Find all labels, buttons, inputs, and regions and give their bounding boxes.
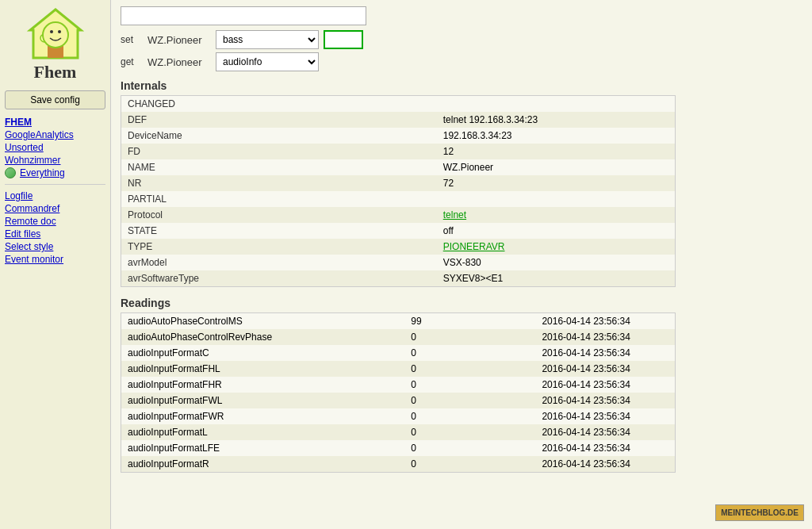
get-device-name: WZ.Pioneer (147, 56, 211, 68)
sidebar-item-fhem[interactable]: FHEM (5, 116, 105, 128)
internals-row: STATEoff (121, 223, 676, 239)
readings-row: audioInputFormatC02016-04-14 23:56:34 (121, 345, 676, 361)
readings-row: audioInputFormatFWL02016-04-14 23:56:34 (121, 393, 676, 408)
readings-name: audioAutoPhaseControlRevPhase (121, 329, 405, 345)
internals-value: VSX-830 (437, 255, 676, 270)
readings-timestamp: 2016-04-14 23:56:34 (535, 313, 675, 330)
internals-key: FD (121, 144, 437, 159)
fhem-logo (24, 6, 87, 62)
set-command-row: set WZ.Pioneer bass treble volume mute i… (121, 30, 802, 49)
readings-name: audioInputFormatFHR (121, 377, 405, 393)
readings-value: 0 (404, 440, 535, 456)
internals-row: DEFtelnet 192.168.3.34:23 (121, 112, 676, 128)
globe-icon (5, 167, 16, 178)
internals-row: NR72 (121, 175, 676, 191)
internals-title: Internals (121, 79, 802, 92)
top-bar: set WZ.Pioneer bass treble volume mute i… (121, 6, 802, 71)
readings-value: 0 (404, 361, 535, 377)
readings-row: audioInputFormatFWR02016-04-14 23:56:34 (121, 408, 676, 424)
internals-table: CHANGEDDEFtelnet 192.168.3.34:23DeviceNa… (121, 95, 676, 287)
readings-name: audioInputFormatR (121, 456, 405, 473)
sidebar-item-everything[interactable]: Everything (5, 167, 105, 179)
readings-value: 0 (404, 456, 535, 473)
readings-row: audioInputFormatL02016-04-14 23:56:34 (121, 424, 676, 440)
sidebar-item-logfile[interactable]: Logfile (5, 190, 105, 202)
readings-timestamp: 2016-04-14 23:56:34 (535, 361, 675, 377)
readings-timestamp: 2016-04-14 23:56:34 (535, 456, 675, 473)
internals-row: DeviceName192.168.3.34:23 (121, 128, 676, 144)
logo-area: Fhem (5, 6, 105, 82)
sidebar-item-wohnzimmer[interactable]: Wohnzimmer (5, 154, 105, 167)
internals-row: avrSoftwareTypeSYXEV8><E1 (121, 270, 676, 287)
internals-row: NAMEWZ.Pioneer (121, 159, 676, 175)
internals-row: CHANGED (121, 96, 676, 113)
svg-point-3 (43, 22, 68, 48)
app-name-label: Fhem (34, 62, 77, 82)
readings-timestamp: 2016-04-14 23:56:34 (535, 329, 675, 345)
internals-value: 192.168.3.34:23 (437, 128, 676, 144)
readings-name: audioInputFormatL (121, 424, 405, 440)
readings-value: 0 (404, 329, 535, 345)
readings-value: 99 (404, 313, 535, 330)
sidebar-item-google-analytics[interactable]: GoogleAnalytics (5, 128, 105, 141)
sidebar-item-edit-files[interactable]: Edit files (5, 228, 105, 240)
readings-timestamp: 2016-04-14 23:56:34 (535, 393, 675, 408)
internals-key: NR (121, 175, 437, 191)
sidebar: Fhem Save config FHEM GoogleAnalytics Un… (0, 0, 111, 529)
readings-name: audioInputFormatFHL (121, 361, 405, 377)
sidebar-item-event-monitor[interactable]: Event monitor (5, 253, 105, 266)
set-device-name: WZ.Pioneer (147, 34, 211, 46)
readings-table: audioAutoPhaseControlMS992016-04-14 23:5… (121, 312, 676, 473)
internals-key: PARTIAL (121, 191, 676, 207)
readings-timestamp: 2016-04-14 23:56:34 (535, 377, 675, 393)
internals-value[interactable]: telnet (437, 207, 676, 223)
sidebar-item-commandref[interactable]: Commandref (5, 202, 105, 215)
nav-divider (5, 184, 105, 185)
internals-key: DEF (121, 112, 437, 128)
readings-timestamp: 2016-04-14 23:56:34 (535, 408, 675, 424)
set-label: set (121, 34, 143, 45)
internals-key: TYPE (121, 239, 437, 255)
top-search-input[interactable] (121, 6, 366, 25)
internals-value: 72 (437, 175, 676, 191)
sidebar-item-remote-doc[interactable]: Remote doc (5, 215, 105, 228)
readings-name: audioInputFormatFWL (121, 393, 405, 408)
internals-row: TYPEPIONEERAVR (121, 239, 676, 255)
internals-key: Protocol (121, 207, 437, 223)
readings-row: audioInputFormatFHL02016-04-14 23:56:34 (121, 361, 676, 377)
readings-name: audioInputFormatC (121, 345, 405, 361)
get-command-select[interactable]: audioInfo status info (216, 52, 319, 71)
internals-value[interactable]: PIONEERAVR (437, 239, 676, 255)
readings-row: audioAutoPhaseControlMS992016-04-14 23:5… (121, 313, 676, 330)
get-command-row: get WZ.Pioneer audioInfo status info (121, 52, 802, 71)
readings-name: audioInputFormatLFE (121, 440, 405, 456)
watermark: MEINTECHBLOG.DE (715, 504, 804, 521)
internals-row: FD12 (121, 144, 676, 159)
get-label: get (121, 56, 143, 67)
internals-value: SYXEV8><E1 (437, 270, 676, 287)
sidebar-item-select-style[interactable]: Select style (5, 240, 105, 253)
internals-row: avrModelVSX-830 (121, 255, 676, 270)
internals-value: telnet 192.168.3.34:23 (437, 112, 676, 128)
set-value-input[interactable]: -6 (324, 30, 363, 49)
internals-value: 12 (437, 144, 676, 159)
internals-key: avrModel (121, 255, 437, 270)
main-nav: FHEM GoogleAnalytics Unsorted Wohnzimmer… (5, 116, 105, 179)
readings-value: 0 (404, 393, 535, 408)
internals-key: STATE (121, 223, 437, 239)
set-command-select[interactable]: bass treble volume mute input (216, 30, 319, 49)
readings-timestamp: 2016-04-14 23:56:34 (535, 424, 675, 440)
readings-row: audioInputFormatFHR02016-04-14 23:56:34 (121, 377, 676, 393)
sidebar-item-unsorted[interactable]: Unsorted (5, 141, 105, 154)
readings-row: audioAutoPhaseControlRevPhase02016-04-14… (121, 329, 676, 345)
save-config-button[interactable]: Save config (5, 90, 105, 109)
readings-value: 0 (404, 408, 535, 424)
internals-row: PARTIAL (121, 191, 676, 207)
readings-value: 0 (404, 377, 535, 393)
secondary-nav: Logfile Commandref Remote doc Edit files… (5, 190, 105, 266)
readings-timestamp: 2016-04-14 23:56:34 (535, 440, 675, 456)
readings-value: 0 (404, 345, 535, 361)
readings-row: audioInputFormatLFE02016-04-14 23:56:34 (121, 440, 676, 456)
readings-name: audioAutoPhaseControlMS (121, 313, 405, 330)
svg-point-4 (50, 30, 53, 33)
